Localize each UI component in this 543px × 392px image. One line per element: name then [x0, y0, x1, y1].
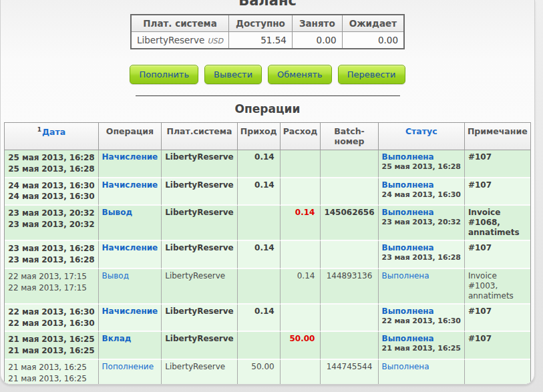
column-header-income: Приход [238, 123, 281, 150]
note-cell: #107 [465, 332, 530, 360]
expense-cell [281, 305, 321, 333]
currency-label: USD [208, 37, 224, 45]
batch-number-cell: 144893136 [321, 269, 378, 305]
note-cell: Invoice #1003, annatimets [465, 269, 530, 305]
date-cell: 21 мая 2013, 16:25 21 мая 2013, 16:25 [5, 360, 98, 385]
status-cell: Выполнена 23 мая 2013, 16:28 [379, 241, 465, 269]
operation-link[interactable]: Вклад [102, 334, 132, 343]
operations-header-row: 1Дата Операция Плат.система Приход Расхо… [5, 123, 530, 150]
income-cell [238, 206, 281, 241]
column-header-expense: Расход [281, 123, 321, 150]
status-date: 23 мая 2013, 20:32 [382, 218, 461, 226]
operations-table: 1Дата Операция Плат.система Приход Расхо… [4, 122, 530, 385]
income-cell [238, 269, 281, 305]
operation-link[interactable]: Начисление [102, 180, 158, 190]
table-row: 22 мая 2013, 17:15 22 мая 2013, 17:15 Вы… [5, 269, 530, 305]
income-cell [238, 332, 281, 360]
date-cell: 23 мая 2013, 16:28 23 мая 2013, 16:28 [5, 241, 98, 269]
column-header-note: Примечание [465, 123, 530, 150]
date-sort-link[interactable]: 1Дата [37, 127, 66, 137]
operation-link[interactable]: Вывод [102, 271, 129, 280]
status-date: 23 мая 2013, 16:28 [382, 253, 461, 262]
table-row: 25 мая 2013, 16:28 25 мая 2013, 16:28 На… [5, 150, 530, 178]
payment-system-cell: LibertyReserve [162, 360, 238, 385]
balance-busy-value: 0.00 [292, 32, 342, 49]
balance-header-busy: Занято [292, 15, 342, 32]
operation-link[interactable]: Начисление [102, 152, 158, 162]
status-link[interactable]: Выполнена [382, 362, 429, 371]
operations-tbody: 25 мая 2013, 16:28 25 мая 2013, 16:28 На… [5, 150, 530, 385]
status-link[interactable]: Выполнена [382, 334, 434, 343]
balance-header-system: Плат. система [131, 15, 229, 32]
operation-cell: Вывод [99, 206, 162, 241]
note-cell: #107 [465, 178, 530, 206]
withdraw-button[interactable]: Вывести [204, 65, 262, 84]
note-cell [465, 360, 530, 385]
content-card: Баланс Плат. система Доступно Занято Ожи… [0, 0, 535, 385]
balance-header-pending: Ожидает [342, 15, 404, 32]
balance-system-cell: LibertyReserve USD [131, 32, 229, 49]
operation-link[interactable]: Вывод [102, 208, 133, 217]
action-buttons: Пополнить Вывести Обменять Перевести [1, 65, 534, 84]
status-cell: Выполнена [379, 269, 465, 305]
payment-system-cell: LibertyReserve [162, 178, 238, 206]
operation-link[interactable]: Начисление [102, 307, 158, 316]
balance-title: Баланс [1, 0, 534, 9]
exchange-button[interactable]: Обменять [268, 65, 332, 84]
column-header-system: Плат.система [162, 123, 238, 150]
batch-number-cell: 144745544 [321, 360, 378, 385]
table-row: 22 мая 2013, 16:30 22 мая 2013, 16:30 На… [5, 305, 530, 333]
status-link[interactable]: Выполнена [382, 180, 434, 190]
operation-cell: Начисление [99, 305, 162, 333]
status-cell: Выполнена 24 мая 2013, 16:30 [379, 178, 465, 206]
payment-system-cell: LibertyReserve [162, 241, 238, 269]
status-link[interactable]: Выполнена [382, 208, 434, 217]
payment-system-name: LibertyReserve [137, 35, 204, 45]
status-date: 22 мая 2013, 16:30 [382, 317, 461, 325]
expense-cell: 0.14 [281, 269, 321, 305]
balance-header-row: Плат. система Доступно Занято Ожидает [131, 15, 404, 32]
payment-system-cell: LibertyReserve [162, 206, 238, 241]
status-cell: Выполнена [379, 360, 465, 385]
status-link[interactable]: Выполнена [382, 243, 434, 252]
table-row: 21 мая 2013, 16:25 21 мая 2013, 16:25 По… [5, 360, 530, 385]
note-cell: #107 [465, 150, 530, 178]
status-link[interactable]: Выполнена [382, 271, 429, 280]
payment-system-cell: LibertyReserve [162, 150, 238, 178]
operation-link[interactable]: Начисление [102, 243, 158, 252]
expense-cell: 0.14 [281, 206, 321, 241]
status-link[interactable]: Выполнена [382, 307, 434, 316]
date-cell: 22 мая 2013, 16:30 22 мая 2013, 16:30 [5, 305, 98, 333]
status-sort-link[interactable]: Статус [405, 126, 437, 136]
table-row: 23 мая 2013, 20:32 23 мая 2013, 20:32 Вы… [5, 206, 530, 241]
payment-system-cell: LibertyReserve [162, 269, 238, 305]
balance-row: LibertyReserve USD 51.54 0.00 0.00 [131, 32, 404, 49]
operation-link[interactable]: Пополнение [102, 362, 154, 371]
expense-cell: 50.00 [281, 332, 321, 360]
deposit-button[interactable]: Пополнить [130, 65, 198, 84]
operation-cell: Начисление [99, 150, 162, 178]
table-row: 24 мая 2013, 16:30 24 мая 2013, 16:30 На… [5, 178, 530, 206]
payment-system-cell: LibertyReserve [162, 305, 238, 333]
section-divider [136, 95, 400, 96]
status-cell: Выполнена 25 мая 2013, 16:28 [379, 150, 465, 178]
status-link[interactable]: Выполнена [382, 152, 434, 162]
date-cell: 22 мая 2013, 17:15 22 мая 2013, 17:15 [5, 269, 98, 305]
operation-cell: Начисление [99, 241, 162, 269]
transfer-button[interactable]: Перевести [338, 65, 405, 84]
batch-number-cell: 145062656 [321, 206, 378, 241]
date-cell: 25 мая 2013, 16:28 25 мая 2013, 16:28 [5, 150, 98, 178]
income-cell: 0.14 [238, 150, 281, 178]
balance-pending-value: 0.00 [342, 32, 404, 49]
expense-cell [281, 241, 321, 269]
date-cell: 23 мая 2013, 20:32 23 мая 2013, 20:32 [5, 206, 98, 241]
income-cell: 50.00 [238, 360, 281, 385]
note-cell: Invoice #1068, annatimets [465, 206, 530, 241]
balance-table: Плат. система Доступно Занято Ожидает Li… [130, 14, 405, 49]
operations-title: Операции [1, 102, 534, 116]
payment-system-cell: LibertyReserve [162, 332, 238, 360]
date-cell: 21 мая 2013, 16:25 21 мая 2013, 16:25 [5, 332, 98, 360]
column-header-operation: Операция [99, 123, 162, 150]
operation-cell: Вклад [99, 332, 162, 360]
status-date: 24 мая 2013, 16:30 [382, 190, 461, 199]
